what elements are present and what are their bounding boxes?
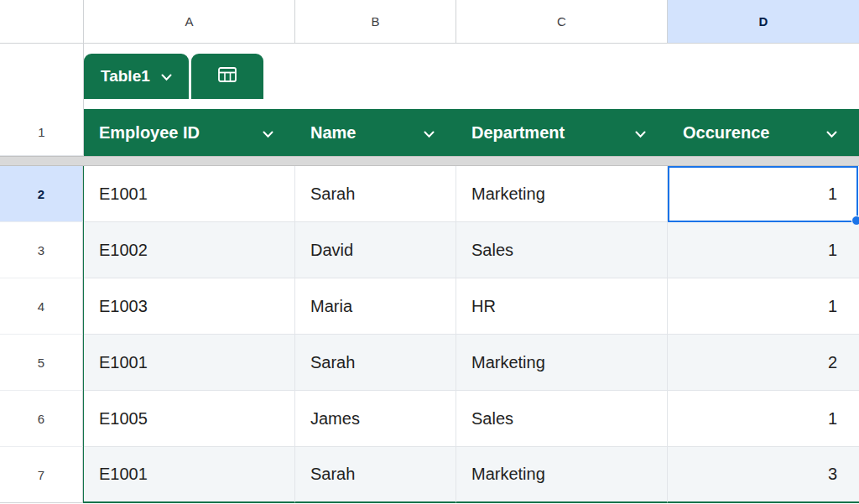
row-header-2[interactable]: 2 bbox=[0, 166, 83, 222]
table-row: 5 E1001 Sarah Marketing 2 bbox=[0, 335, 859, 391]
cell-B7[interactable]: Sarah bbox=[295, 447, 456, 503]
table-row: 7 E1001 Sarah Marketing 3 bbox=[0, 447, 859, 503]
frozen-row-divider[interactable] bbox=[0, 156, 859, 166]
cell-C4[interactable]: HR bbox=[456, 278, 668, 335]
header-cell-employee-id[interactable]: Employee ID bbox=[84, 109, 295, 156]
table-row: 6 E1005 James Sales 1 bbox=[0, 391, 859, 447]
chevron-down-icon[interactable] bbox=[263, 123, 273, 143]
column-header-d[interactable]: D bbox=[668, 0, 859, 44]
column-header-a[interactable]: A bbox=[84, 0, 295, 44]
column-header-b[interactable]: B bbox=[295, 0, 456, 44]
header-cell-department[interactable]: Department bbox=[456, 109, 668, 156]
cell-B2[interactable]: Sarah bbox=[295, 166, 456, 222]
row-header-5[interactable]: 5 bbox=[0, 335, 83, 391]
chevron-down-icon bbox=[161, 67, 172, 86]
row-header-6[interactable]: 6 bbox=[0, 391, 83, 447]
spreadsheet: A B C D Table1 bbox=[0, 0, 859, 504]
table-name-label: Table1 bbox=[101, 67, 150, 86]
cell-D4[interactable]: 1 bbox=[668, 278, 859, 335]
header-cell-occurence[interactable]: Occurence bbox=[668, 109, 859, 156]
cell-A5[interactable]: E1001 bbox=[84, 335, 295, 391]
row-header-1[interactable]: 1 bbox=[0, 109, 84, 156]
cell-D7[interactable]: 3 bbox=[668, 447, 859, 503]
cell-C6[interactable]: Sales bbox=[456, 391, 668, 447]
header-label: Name bbox=[310, 123, 356, 143]
cell-D2[interactable]: 1 bbox=[668, 166, 859, 222]
gutter-spacer bbox=[0, 44, 84, 109]
cell-C2[interactable]: Marketing bbox=[456, 166, 668, 222]
chevron-down-icon[interactable] bbox=[424, 123, 435, 143]
row-header-4[interactable]: 4 bbox=[0, 278, 83, 335]
cell-D6[interactable]: 1 bbox=[668, 391, 859, 447]
row-header-3[interactable]: 3 bbox=[0, 222, 83, 278]
header-label: Employee ID bbox=[99, 123, 200, 143]
table-chips: Table1 bbox=[84, 44, 263, 109]
row-header-7[interactable]: 7 bbox=[0, 447, 83, 503]
column-header-c[interactable]: C bbox=[456, 0, 668, 44]
table-name-chip[interactable]: Table1 bbox=[84, 54, 189, 99]
cell-D3[interactable]: 1 bbox=[668, 222, 859, 278]
table-header-cells: Employee ID Name Department Occurence bbox=[84, 109, 859, 156]
cell-A3[interactable]: E1002 bbox=[84, 222, 295, 278]
chevron-down-icon[interactable] bbox=[826, 123, 837, 143]
cell-C3[interactable]: Sales bbox=[456, 222, 668, 278]
table-menu-chip[interactable] bbox=[191, 54, 263, 99]
cell-A6[interactable]: E1005 bbox=[84, 391, 295, 447]
select-all-corner[interactable] bbox=[0, 0, 84, 44]
table-chip-row: Table1 bbox=[0, 44, 859, 109]
table-header-row: 1 Employee ID Name Department Occurence bbox=[0, 109, 859, 156]
header-label: Department bbox=[471, 123, 565, 143]
cell-A4[interactable]: E1003 bbox=[84, 278, 295, 335]
cell-B4[interactable]: Maria bbox=[295, 278, 456, 335]
cell-A2[interactable]: E1001 bbox=[84, 166, 295, 222]
cell-D5[interactable]: 2 bbox=[668, 335, 859, 391]
header-label: Occurence bbox=[683, 123, 769, 143]
cell-C7[interactable]: Marketing bbox=[456, 447, 668, 503]
table-row: 4 E1003 Maria HR 1 bbox=[0, 278, 859, 335]
cell-B6[interactable]: James bbox=[295, 391, 456, 447]
table-grid-icon bbox=[217, 65, 237, 87]
cell-C5[interactable]: Marketing bbox=[456, 335, 668, 391]
data-grid: 2 E1001 Sarah Marketing 1 3 E1002 David … bbox=[0, 166, 859, 503]
cell-B3[interactable]: David bbox=[295, 222, 456, 278]
column-letter-header: A B C D bbox=[0, 0, 859, 44]
header-cell-name[interactable]: Name bbox=[295, 109, 456, 156]
cell-B5[interactable]: Sarah bbox=[295, 335, 456, 391]
chevron-down-icon[interactable] bbox=[635, 123, 646, 143]
table-row: 3 E1002 David Sales 1 bbox=[0, 222, 859, 278]
cell-A7[interactable]: E1001 bbox=[84, 447, 295, 503]
table-row: 2 E1001 Sarah Marketing 1 bbox=[0, 166, 859, 222]
